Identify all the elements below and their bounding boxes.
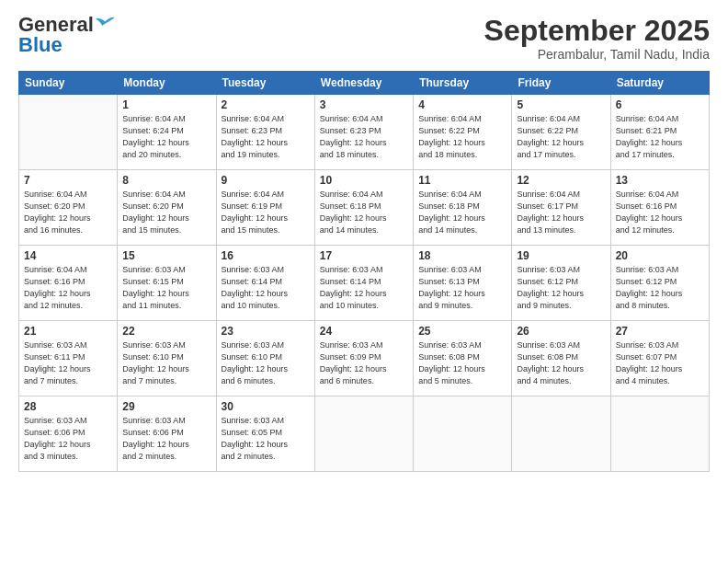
calendar-cell: 14 Sunrise: 6:04 AMSunset: 6:16 PMDaylig… [19, 246, 118, 321]
day-number: 12 [517, 174, 605, 187]
day-info: Sunrise: 6:04 AMSunset: 6:21 PMDaylight:… [616, 114, 683, 159]
logo-blue-text: Blue [18, 33, 63, 56]
day-info: Sunrise: 6:03 AMSunset: 6:06 PMDaylight:… [24, 416, 91, 461]
header-thursday: Thursday [414, 72, 512, 95]
day-info: Sunrise: 6:03 AMSunset: 6:05 PMDaylight:… [222, 416, 289, 461]
day-number: 18 [418, 249, 506, 262]
day-number: 4 [418, 98, 506, 111]
day-info: Sunrise: 6:04 AMSunset: 6:22 PMDaylight:… [418, 114, 485, 159]
calendar-cell: 17 Sunrise: 6:03 AMSunset: 6:14 PMDaylig… [314, 246, 413, 321]
day-number: 15 [122, 249, 210, 262]
calendar-cell [19, 95, 118, 170]
day-number: 23 [222, 325, 310, 338]
calendar-week-row: 1 Sunrise: 6:04 AMSunset: 6:24 PMDayligh… [19, 95, 710, 170]
day-info: Sunrise: 6:03 AMSunset: 6:08 PMDaylight:… [418, 340, 485, 385]
day-info: Sunrise: 6:04 AMSunset: 6:24 PMDaylight:… [122, 114, 189, 159]
weekday-header-row: Sunday Monday Tuesday Wednesday Thursday… [19, 72, 710, 95]
header-sunday: Sunday [19, 72, 118, 95]
calendar-cell: 8 Sunrise: 6:04 AMSunset: 6:20 PMDayligh… [118, 170, 216, 246]
calendar-cell: 4 Sunrise: 6:04 AMSunset: 6:22 PMDayligh… [414, 95, 512, 170]
day-number: 29 [122, 400, 210, 413]
day-number: 19 [517, 249, 605, 262]
calendar-table: Sunday Monday Tuesday Wednesday Thursday… [18, 71, 710, 472]
day-info: Sunrise: 6:03 AMSunset: 6:12 PMDaylight:… [616, 265, 683, 310]
calendar-cell: 20 Sunrise: 6:03 AMSunset: 6:12 PMDaylig… [610, 246, 709, 321]
day-number: 28 [24, 400, 112, 413]
calendar-cell: 23 Sunrise: 6:03 AMSunset: 6:10 PMDaylig… [216, 321, 314, 396]
day-number: 3 [320, 98, 408, 111]
header: General Blue September 2025 Perambalur, … [18, 15, 710, 62]
calendar-cell: 6 Sunrise: 6:04 AMSunset: 6:21 PMDayligh… [610, 95, 709, 170]
logo: General Blue [18, 15, 116, 55]
header-wednesday: Wednesday [314, 72, 413, 95]
calendar-cell: 12 Sunrise: 6:04 AMSunset: 6:17 PMDaylig… [512, 170, 610, 246]
day-number: 14 [24, 249, 112, 262]
day-number: 16 [222, 249, 310, 262]
day-info: Sunrise: 6:04 AMSunset: 6:20 PMDaylight:… [122, 190, 189, 235]
day-info: Sunrise: 6:04 AMSunset: 6:22 PMDaylight:… [517, 114, 584, 159]
calendar-cell: 30 Sunrise: 6:03 AMSunset: 6:05 PMDaylig… [216, 396, 314, 472]
calendar-cell: 26 Sunrise: 6:03 AMSunset: 6:08 PMDaylig… [512, 321, 610, 396]
calendar-cell: 21 Sunrise: 6:03 AMSunset: 6:11 PMDaylig… [19, 321, 118, 396]
day-number: 1 [122, 98, 210, 111]
header-tuesday: Tuesday [216, 72, 314, 95]
day-info: Sunrise: 6:04 AMSunset: 6:23 PMDaylight:… [320, 114, 387, 159]
day-number: 13 [616, 174, 704, 187]
month-title: September 2025 [484, 15, 710, 47]
day-info: Sunrise: 6:04 AMSunset: 6:16 PMDaylight:… [616, 190, 683, 235]
calendar-cell: 24 Sunrise: 6:03 AMSunset: 6:09 PMDaylig… [314, 321, 413, 396]
day-number: 5 [517, 98, 605, 111]
calendar-week-row: 7 Sunrise: 6:04 AMSunset: 6:20 PMDayligh… [19, 170, 710, 246]
day-info: Sunrise: 6:04 AMSunset: 6:16 PMDaylight:… [24, 265, 91, 310]
header-friday: Friday [512, 72, 610, 95]
calendar-cell: 25 Sunrise: 6:03 AMSunset: 6:08 PMDaylig… [414, 321, 512, 396]
day-number: 22 [122, 325, 210, 338]
calendar-cell: 3 Sunrise: 6:04 AMSunset: 6:23 PMDayligh… [314, 95, 413, 170]
calendar-cell: 9 Sunrise: 6:04 AMSunset: 6:19 PMDayligh… [216, 170, 314, 246]
calendar-cell: 5 Sunrise: 6:04 AMSunset: 6:22 PMDayligh… [512, 95, 610, 170]
day-info: Sunrise: 6:03 AMSunset: 6:09 PMDaylight:… [320, 340, 387, 385]
day-info: Sunrise: 6:04 AMSunset: 6:17 PMDaylight:… [517, 190, 584, 235]
day-number: 7 [24, 174, 112, 187]
calendar-cell: 19 Sunrise: 6:03 AMSunset: 6:12 PMDaylig… [512, 246, 610, 321]
day-info: Sunrise: 6:03 AMSunset: 6:07 PMDaylight:… [616, 340, 683, 385]
title-section: September 2025 Perambalur, Tamil Nadu, I… [484, 15, 710, 62]
day-info: Sunrise: 6:03 AMSunset: 6:13 PMDaylight:… [418, 265, 485, 310]
calendar-week-row: 28 Sunrise: 6:03 AMSunset: 6:06 PMDaylig… [19, 396, 710, 472]
day-number: 6 [616, 98, 704, 111]
day-info: Sunrise: 6:03 AMSunset: 6:14 PMDaylight:… [320, 265, 387, 310]
day-number: 24 [320, 325, 408, 338]
day-info: Sunrise: 6:03 AMSunset: 6:06 PMDaylight:… [122, 416, 189, 461]
calendar-cell: 10 Sunrise: 6:04 AMSunset: 6:18 PMDaylig… [314, 170, 413, 246]
day-number: 21 [24, 325, 112, 338]
day-number: 17 [320, 249, 408, 262]
day-number: 25 [418, 325, 506, 338]
header-monday: Monday [118, 72, 216, 95]
day-info: Sunrise: 6:04 AMSunset: 6:19 PMDaylight:… [222, 190, 289, 235]
calendar-cell: 27 Sunrise: 6:03 AMSunset: 6:07 PMDaylig… [610, 321, 709, 396]
calendar-cell: 18 Sunrise: 6:03 AMSunset: 6:13 PMDaylig… [414, 246, 512, 321]
calendar-cell: 28 Sunrise: 6:03 AMSunset: 6:06 PMDaylig… [19, 396, 118, 472]
day-info: Sunrise: 6:03 AMSunset: 6:10 PMDaylight:… [222, 340, 289, 385]
day-info: Sunrise: 6:04 AMSunset: 6:20 PMDaylight:… [24, 190, 91, 235]
calendar-cell: 22 Sunrise: 6:03 AMSunset: 6:10 PMDaylig… [118, 321, 216, 396]
day-number: 9 [222, 174, 310, 187]
day-info: Sunrise: 6:04 AMSunset: 6:18 PMDaylight:… [418, 190, 485, 235]
day-number: 26 [517, 325, 605, 338]
day-info: Sunrise: 6:03 AMSunset: 6:11 PMDaylight:… [24, 340, 91, 385]
day-info: Sunrise: 6:03 AMSunset: 6:15 PMDaylight:… [122, 265, 189, 310]
day-info: Sunrise: 6:03 AMSunset: 6:12 PMDaylight:… [517, 265, 584, 310]
day-info: Sunrise: 6:04 AMSunset: 6:18 PMDaylight:… [320, 190, 387, 235]
day-number: 8 [122, 174, 210, 187]
calendar-week-row: 14 Sunrise: 6:04 AMSunset: 6:16 PMDaylig… [19, 246, 710, 321]
day-number: 10 [320, 174, 408, 187]
calendar-cell [314, 396, 413, 472]
calendar-cell: 1 Sunrise: 6:04 AMSunset: 6:24 PMDayligh… [118, 95, 216, 170]
day-info: Sunrise: 6:04 AMSunset: 6:23 PMDaylight:… [222, 114, 289, 159]
day-number: 11 [418, 174, 506, 187]
day-number: 20 [616, 249, 704, 262]
calendar-cell: 7 Sunrise: 6:04 AMSunset: 6:20 PMDayligh… [19, 170, 118, 246]
calendar-cell: 16 Sunrise: 6:03 AMSunset: 6:14 PMDaylig… [216, 246, 314, 321]
calendar-cell: 11 Sunrise: 6:04 AMSunset: 6:18 PMDaylig… [414, 170, 512, 246]
calendar-cell: 13 Sunrise: 6:04 AMSunset: 6:16 PMDaylig… [610, 170, 709, 246]
